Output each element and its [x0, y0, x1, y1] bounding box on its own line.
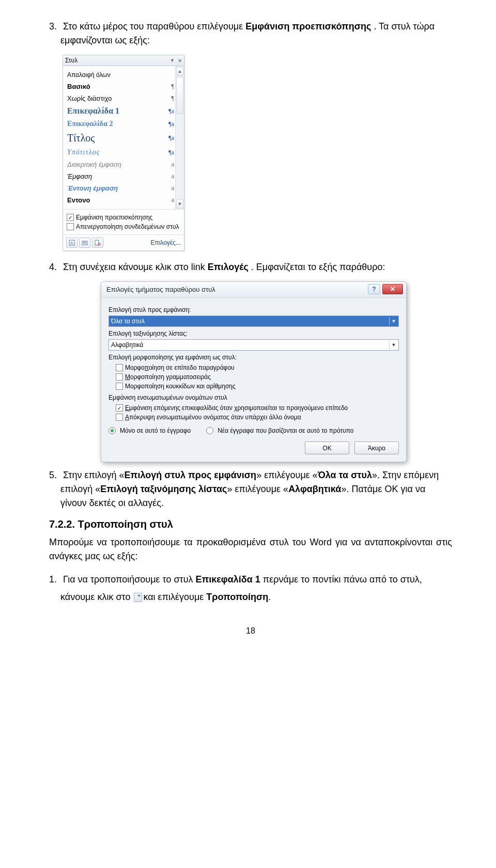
style-type-icon: ¶a	[165, 149, 174, 156]
fmt-paragraph-checkbox[interactable]	[116, 364, 123, 371]
radio-new-docs-label: Νέα έγγραφα που βασίζονται σε αυτό το πρ…	[218, 427, 353, 434]
styles-pane-title: Στυλ	[65, 57, 170, 64]
dropdown-icon[interactable]: ▼	[170, 58, 175, 63]
style-list-item[interactable]: Εντονοa	[66, 194, 175, 206]
text: Για να τροποποιήσουμε το στυλ	[63, 574, 195, 585]
combo-select-styles[interactable]: Όλα τα στυλ ▼	[109, 315, 399, 327]
style-name: Έντονη έμφαση	[67, 184, 165, 192]
scroll-up-icon[interactable]: ▲	[176, 67, 183, 76]
style-name: Διακριτική έμφαση	[67, 161, 165, 168]
text: » επιλέγουμε «	[256, 470, 318, 480]
style-list-item[interactable]: Επικεφαλίδα 1¶a	[66, 104, 175, 118]
page-number: 18	[49, 626, 452, 636]
list-number: 4.	[49, 260, 60, 274]
cancel-button[interactable]: Άκυρο	[354, 441, 399, 454]
style-list-item[interactable]: Απαλοιφή όλων	[66, 69, 175, 81]
style-type-icon: a	[165, 196, 174, 204]
style-list-item[interactable]: Έντονη έμφασηa	[66, 182, 175, 194]
label-sort: Επιλογή ταξινόμησης λίστας:	[109, 330, 399, 337]
manage-styles-button[interactable]	[92, 238, 103, 248]
label-select-styles: Επιλογή στυλ προς εμφάνιση:	[109, 306, 399, 313]
scrollbar[interactable]: ▲ ▼	[175, 66, 184, 209]
style-type-icon: ¶	[165, 94, 174, 102]
style-type-icon: ¶	[165, 83, 174, 90]
fmt-font-checkbox[interactable]	[116, 373, 123, 381]
style-list-item[interactable]: Έμφασηa	[66, 170, 175, 182]
svg-text:A: A	[70, 241, 73, 245]
list-number: 3.	[49, 20, 60, 34]
chevron-down-icon[interactable]: ▼	[389, 317, 398, 325]
combo-sort[interactable]: Αλφαβητικά ▼	[109, 339, 399, 351]
builtin-next-heading-label: Εμφάνιση επόμενης επικεφαλίδας όταν χρησ…	[125, 404, 348, 412]
style-list-item[interactable]: Υπότιτλος¶a	[66, 146, 175, 159]
style-name: Χωρίς διάστιχο	[67, 94, 165, 102]
paragraph: Μπορούμε να τροποποιήσουμε τα προκαθορισ…	[49, 535, 452, 563]
style-list-item[interactable]: Επικεφαλίδα 2¶a	[66, 118, 175, 130]
style-name: Απαλοιφή όλων	[67, 71, 165, 78]
list-item: 5. Στην επιλογή «Επιλογή στυλ προς εμφάν…	[49, 468, 452, 510]
scroll-down-icon[interactable]: ▼	[176, 199, 183, 209]
text: .	[268, 592, 271, 602]
close-icon[interactable]: ✕	[382, 284, 403, 294]
style-name: Επικεφαλίδα 1	[67, 106, 165, 116]
styles-pane-header: Στυλ ▼ ✕	[63, 55, 184, 66]
chevron-down-icon[interactable]: ▼	[389, 341, 398, 349]
text: και επιλέγουμε	[143, 592, 206, 602]
text: Στη συνέχεια κάνουμε κλικ στο link	[63, 262, 208, 272]
text: Στην επιλογή «	[63, 470, 125, 480]
scroll-thumb[interactable]	[176, 77, 183, 114]
style-options-dialog: Επιλογές τμήματος παραθύρου στυλ ? ✕ Επι…	[101, 281, 407, 462]
combo-value: Όλα τα στυλ	[111, 318, 389, 325]
styles-pane-footer: ✓ Εμφάνιση προεπισκόπησης Απενεργοποίηση…	[63, 209, 184, 234]
style-list-item[interactable]: Βασικό¶	[66, 81, 175, 92]
styles-pane: Στυλ ▼ ✕ Απαλοιφή όλωνΒασικό¶Χωρίς διάστ…	[63, 55, 184, 251]
disable-linked-label: Απενεργοποίηση συνδεδεμένων στυλ	[76, 223, 179, 230]
style-name: Τίτλος	[67, 132, 165, 144]
builtin-hide-checkbox[interactable]	[116, 414, 123, 421]
text: . Εμφανίζεται το εξής παράθυρο:	[251, 262, 385, 272]
style-name: Υπότιτλος	[67, 148, 165, 156]
label-builtin: Εμφάνιση ενσωματωμένων ονομάτων στυλ	[109, 394, 399, 401]
text: Στο κάτω μέρος του παραθύρου επιλέγουμε	[63, 21, 245, 31]
new-style-button[interactable]: A	[66, 238, 78, 248]
style-type-icon: a	[165, 161, 174, 168]
style-list-item[interactable]: Χωρίς διάστιχο¶	[66, 92, 175, 104]
text-bold: Αλφαβητικά	[288, 484, 341, 494]
radio-new-docs[interactable]	[206, 427, 213, 434]
disable-linked-checkbox[interactable]	[67, 223, 74, 230]
style-type-icon: a	[165, 172, 174, 180]
style-list-item[interactable]: Τίτλος¶a	[66, 130, 175, 146]
heading-7-2-2: 7.2.2. Τροποποίηση στυλ	[49, 518, 452, 530]
options-link[interactable]: Επιλογές...	[150, 239, 181, 246]
builtin-next-heading-checkbox[interactable]: ✓	[116, 404, 123, 412]
combo-value: Αλφαβητικά	[111, 341, 389, 349]
style-name: Επικεφαλίδα 2	[67, 120, 165, 128]
fmt-font-label: Μορφοποίηση γραμματοσειράς	[125, 373, 211, 381]
style-type-icon: ¶a	[165, 120, 174, 128]
style-type-icon: ¶a	[165, 134, 174, 142]
style-type-icon: ¶a	[165, 107, 174, 115]
builtin-hide-label: Απόκρυψη ενσωματωμένου ονόματος όταν υπά…	[125, 414, 301, 421]
style-name: Έμφαση	[67, 172, 165, 180]
text-bold: Επικεφαλίδα 1	[195, 574, 260, 585]
fmt-bullets-label: Μορφοποίηση κουκκίδων και αρίθμησης	[125, 383, 236, 390]
style-name: Εντονο	[67, 196, 165, 204]
list-number: 5.	[49, 468, 60, 482]
preview-checkbox-label: Εμφάνιση προεπισκόπησης	[76, 214, 152, 221]
dropdown-arrow-icon[interactable]	[134, 593, 142, 602]
radio-this-doc[interactable]	[109, 427, 116, 434]
text-bold: Επιλογές	[208, 262, 249, 272]
preview-checkbox[interactable]: ✓	[67, 214, 74, 221]
style-type-icon: a	[165, 184, 174, 192]
ok-button[interactable]: OK	[305, 441, 349, 454]
style-list-item[interactable]: Διακριτική έμφασηa	[66, 159, 175, 170]
text: » επιλέγουμε «	[227, 484, 288, 494]
list-item: 4. Στη συνέχεια κάνουμε κλικ στο link Επ…	[49, 260, 452, 274]
list-number: 1.	[49, 571, 60, 588]
list-item: 1. Για να τροποποιήσουμε το στυλ Επικεφα…	[49, 571, 452, 606]
close-icon[interactable]: ✕	[178, 58, 182, 64]
text-bold: Τροποποίηση	[206, 592, 268, 602]
fmt-bullets-checkbox[interactable]	[116, 383, 123, 390]
help-icon[interactable]: ?	[368, 284, 380, 294]
style-inspector-button[interactable]	[79, 238, 90, 248]
